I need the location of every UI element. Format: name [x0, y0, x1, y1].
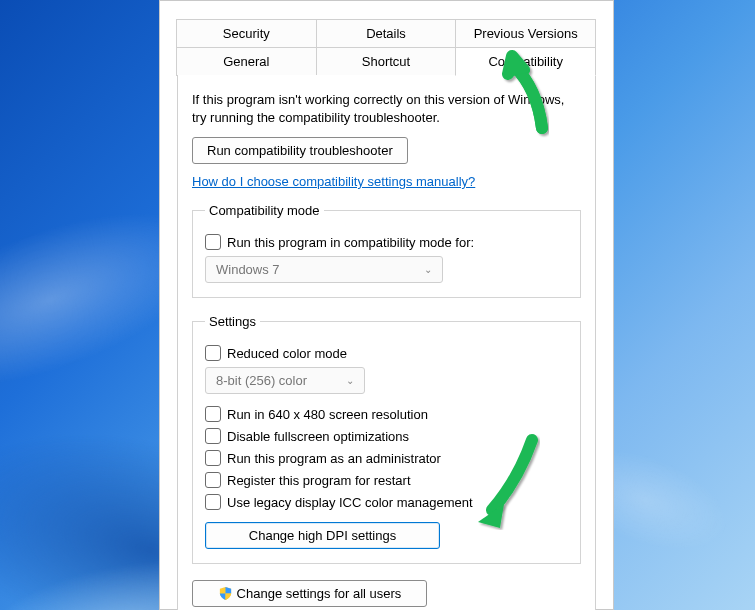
legacy-icc-checkbox[interactable]: [205, 494, 221, 510]
run-admin-checkbox[interactable]: [205, 450, 221, 466]
reduced-color-checkbox[interactable]: [205, 345, 221, 361]
legacy-icc-label: Use legacy display ICC color management: [227, 495, 473, 510]
compat-legend: Compatibility mode: [205, 203, 324, 218]
tab-security[interactable]: Security: [176, 19, 317, 48]
change-all-users-label: Change settings for all users: [237, 586, 402, 601]
chevron-down-icon: ⌄: [424, 264, 432, 275]
disable-fullscreen-checkbox[interactable]: [205, 428, 221, 444]
properties-dialog: Security Details Previous Versions Gener…: [159, 0, 614, 610]
settings-legend: Settings: [205, 314, 260, 329]
change-all-users-button[interactable]: Change settings for all users: [192, 580, 427, 607]
shield-icon: [218, 586, 233, 601]
compat-os-value: Windows 7: [216, 262, 280, 277]
compatibility-mode-group: Compatibility mode Run this program in c…: [192, 203, 581, 298]
tab-compatibility[interactable]: Compatibility: [455, 47, 596, 76]
compat-mode-checkbox[interactable]: [205, 234, 221, 250]
tab-general[interactable]: General: [176, 47, 317, 76]
disable-fullscreen-label: Disable fullscreen optimizations: [227, 429, 409, 444]
run-640-label: Run in 640 x 480 screen resolution: [227, 407, 428, 422]
register-restart-checkbox[interactable]: [205, 472, 221, 488]
help-link[interactable]: How do I choose compatibility settings m…: [192, 174, 475, 189]
color-mode-select[interactable]: 8-bit (256) color ⌄: [205, 367, 365, 394]
tab-strip: Security Details Previous Versions Gener…: [177, 19, 596, 76]
reduced-color-label: Reduced color mode: [227, 346, 347, 361]
run-640-checkbox[interactable]: [205, 406, 221, 422]
compatibility-panel: If this program isn't working correctly …: [177, 75, 596, 610]
color-mode-value: 8-bit (256) color: [216, 373, 307, 388]
change-dpi-button[interactable]: Change high DPI settings: [205, 522, 440, 549]
run-troubleshooter-button[interactable]: Run compatibility troubleshooter: [192, 137, 408, 164]
compat-os-select[interactable]: Windows 7 ⌄: [205, 256, 443, 283]
tab-details[interactable]: Details: [316, 19, 457, 48]
tab-shortcut[interactable]: Shortcut: [316, 47, 457, 76]
chevron-down-icon: ⌄: [346, 375, 354, 386]
settings-group: Settings Reduced color mode 8-bit (256) …: [192, 314, 581, 564]
compat-mode-label: Run this program in compatibility mode f…: [227, 235, 474, 250]
register-restart-label: Register this program for restart: [227, 473, 411, 488]
tab-previous-versions[interactable]: Previous Versions: [455, 19, 596, 48]
run-admin-label: Run this program as an administrator: [227, 451, 441, 466]
intro-text: If this program isn't working correctly …: [192, 91, 581, 127]
